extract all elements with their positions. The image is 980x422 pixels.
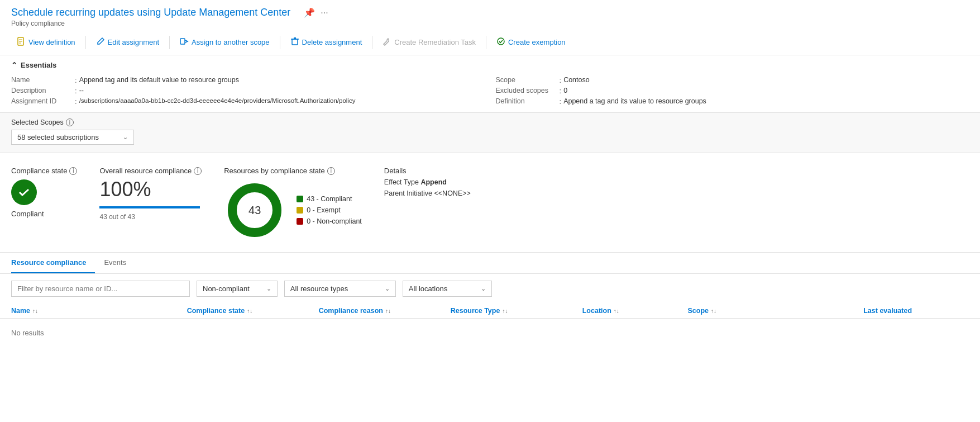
- sort-compliance-reason-icon: ↑↓: [385, 308, 391, 314]
- resources-by-state-label: Resources by compliance state i: [224, 167, 362, 175]
- delete-assignment-button[interactable]: Delete assignment: [285, 34, 368, 50]
- essentials-label-scope: Scope: [496, 76, 557, 84]
- compliance-state-info-icon[interactable]: i: [69, 167, 77, 175]
- overall-compliance-info-icon[interactable]: i: [194, 167, 202, 175]
- compliance-state-label: Compliance state i: [11, 167, 77, 175]
- assign-icon: [180, 37, 189, 48]
- compliance-check-icon: [11, 179, 37, 205]
- legend-exempt: 0 - Exempt: [297, 206, 362, 214]
- essentials-left: Name : Append tag and its default value …: [11, 75, 485, 107]
- th-scope-label: Scope: [688, 307, 709, 315]
- check-circle-icon: [496, 37, 505, 48]
- tabs-section: Resource compliance Events: [0, 253, 980, 274]
- resources-by-state-info-icon[interactable]: i: [327, 167, 335, 175]
- colon-5: :: [560, 87, 562, 95]
- scope-dropdown-value: 58 selected subscriptions: [17, 133, 99, 141]
- chevron-up-icon: ⌃: [11, 61, 17, 69]
- compliance-filter-dropdown[interactable]: Non-compliant ⌄: [197, 281, 278, 297]
- th-last-evaluated[interactable]: Last evaluated: [863, 307, 969, 315]
- th-location[interactable]: Location ↑↓: [582, 307, 688, 315]
- exempt-dot: [297, 207, 303, 214]
- essentials-label-assignment-id: Assignment ID: [11, 97, 73, 105]
- essentials-value-description: --: [79, 87, 84, 94]
- overall-compliance-progress-bar: [99, 206, 200, 208]
- non-compliant-dot: [297, 218, 303, 225]
- essentials-value-name: Append tag and its default value to reso…: [79, 76, 239, 84]
- essentials-header[interactable]: ⌃ Essentials: [11, 61, 969, 69]
- search-input[interactable]: [11, 281, 190, 297]
- no-results-text: No results: [11, 324, 969, 342]
- compliance-state-block: Compliance state i Compliant: [11, 167, 77, 218]
- essentials-row-assignment-id: Assignment ID : /subscriptions/aaaa0a0a-…: [11, 96, 485, 107]
- separator-2: [169, 36, 170, 49]
- th-compliance-reason[interactable]: Compliance reason ↑↓: [319, 307, 451, 315]
- th-name-label: Name: [11, 307, 30, 315]
- th-name[interactable]: Name ↑↓: [11, 307, 187, 315]
- overall-compliance-block: Overall resource compliance i 100% 43 ou…: [99, 167, 202, 221]
- colon-3: :: [75, 97, 77, 106]
- resource-type-filter-dropdown[interactable]: All resource types ⌄: [284, 281, 396, 297]
- pin-icon[interactable]: 📌: [304, 7, 315, 18]
- svg-point-8: [498, 38, 504, 45]
- toolbar: View definition Edit assignment Assign t…: [0, 30, 980, 55]
- assign-another-scope-button[interactable]: Assign to another scope: [174, 34, 275, 50]
- legend: 43 - Compliant 0 - Exempt 0 - Non-compli…: [297, 195, 362, 225]
- more-options-icon[interactable]: ···: [321, 8, 328, 18]
- location-filter-dropdown[interactable]: All locations ⌄: [403, 281, 492, 297]
- resources-by-state-block: Resources by compliance state i 43 43 - …: [224, 167, 362, 241]
- page-title: Schedule recurring updates using Update …: [11, 7, 290, 18]
- scopes-info-icon[interactable]: i: [66, 118, 74, 126]
- separator-5: [486, 36, 486, 49]
- th-compliance-state[interactable]: Compliance state ↑↓: [187, 307, 319, 315]
- legend-non-compliant: 0 - Non-compliant: [297, 217, 362, 225]
- parent-initiative-value: <<NONE>>: [434, 189, 471, 197]
- essentials-section: ⌃ Essentials Name : Append tag and its d…: [0, 55, 980, 113]
- tab-resource-compliance[interactable]: Resource compliance: [11, 253, 95, 273]
- table-header: Name ↑↓ Compliance state ↑↓ Compliance r…: [0, 304, 980, 319]
- create-remediation-label: Create Remediation Task: [394, 38, 476, 46]
- scope-dropdown[interactable]: 58 selected subscriptions ⌄: [11, 130, 134, 145]
- th-compliance-reason-label: Compliance reason: [319, 307, 383, 315]
- separator-3: [280, 36, 280, 49]
- essentials-row-name: Name : Append tag and its default value …: [11, 75, 485, 86]
- th-resource-type-label: Resource Type: [451, 307, 500, 315]
- th-scope[interactable]: Scope ↑↓: [688, 307, 864, 315]
- create-exemption-button[interactable]: Create exemption: [491, 34, 571, 50]
- assign-another-scope-label: Assign to another scope: [192, 38, 269, 46]
- essentials-row-scope: Scope : Contoso: [496, 75, 969, 86]
- essentials-value-definition: Append a tag and its value to resource g…: [563, 97, 706, 105]
- non-compliant-label: 0 - Non-compliant: [307, 217, 362, 225]
- sort-name-icon: ↑↓: [32, 308, 38, 314]
- essentials-label: Essentials: [21, 61, 56, 69]
- metrics-section: Compliance state i Compliant Overall res…: [0, 153, 980, 253]
- table-body: No results: [0, 319, 980, 347]
- create-remediation-button[interactable]: Create Remediation Task: [377, 34, 481, 50]
- effect-type-value: Append: [420, 178, 447, 186]
- sort-scope-icon: ↑↓: [711, 308, 716, 314]
- filters-row: Non-compliant ⌄ All resource types ⌄ All…: [0, 274, 980, 304]
- th-resource-type[interactable]: Resource Type ↑↓: [451, 307, 582, 315]
- pencil-icon: [96, 37, 105, 48]
- create-exemption-label: Create exemption: [508, 38, 566, 46]
- sort-compliance-state-icon: ↑↓: [247, 308, 252, 314]
- th-compliance-state-label: Compliance state: [187, 307, 245, 315]
- view-definition-label: View definition: [28, 38, 75, 46]
- tab-events[interactable]: Events: [104, 253, 135, 273]
- progress-bar-fill: [99, 206, 200, 208]
- edit-assignment-button[interactable]: Edit assignment: [90, 34, 165, 50]
- resource-type-filter-chevron: ⌄: [385, 285, 390, 292]
- sort-location-icon: ↑↓: [614, 308, 619, 314]
- essentials-row-description: Description : --: [11, 86, 485, 96]
- delete-assignment-label: Delete assignment: [302, 38, 362, 46]
- essentials-label-excluded-scopes: Excluded scopes: [496, 87, 557, 94]
- trash-icon: [290, 37, 299, 48]
- essentials-grid: Name : Append tag and its default value …: [11, 75, 969, 107]
- colon-1: :: [75, 76, 77, 84]
- essentials-label-description: Description: [11, 87, 73, 94]
- view-definition-button[interactable]: View definition: [11, 34, 81, 50]
- location-filter-value: All locations: [409, 285, 447, 293]
- overall-compliance-label: Overall resource compliance i: [99, 167, 202, 175]
- compliant-text: Compliant: [11, 210, 44, 218]
- donut-legend-row: 43 43 - Compliant 0 - Exempt 0 - Non-com…: [224, 179, 362, 241]
- essentials-value-assignment-id: /subscriptions/aaaa0a0a-bb1b-cc2c-dd3d-e…: [79, 97, 356, 104]
